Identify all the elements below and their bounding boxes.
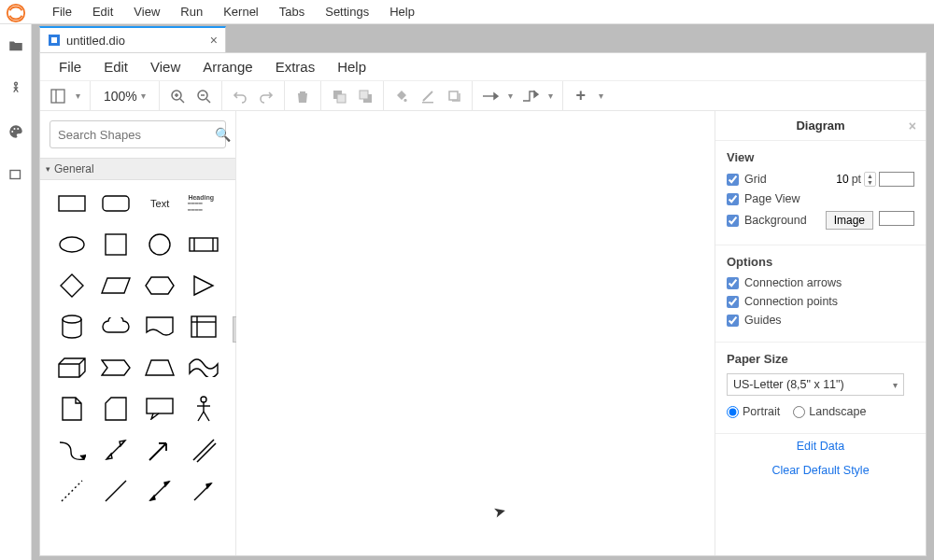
shape-text[interactable]: Text xyxy=(144,191,176,216)
shape-hexagon[interactable] xyxy=(144,273,176,298)
undo-icon[interactable] xyxy=(232,88,248,105)
palette-icon[interactable] xyxy=(7,123,24,140)
shape-internal-storage[interactable] xyxy=(188,315,219,339)
shape-cloud[interactable] xyxy=(100,315,132,339)
shape-rectangle[interactable] xyxy=(56,191,88,216)
insert-icon[interactable]: + xyxy=(573,88,589,105)
edit-data-link[interactable]: Edit Data xyxy=(715,434,926,458)
portrait-radio[interactable] xyxy=(727,406,739,418)
redo-icon[interactable] xyxy=(258,88,275,105)
shape-curve[interactable] xyxy=(56,438,88,462)
conn-points-checkbox[interactable] xyxy=(727,296,739,308)
chevron-down-icon[interactable]: ▾ xyxy=(548,91,553,101)
grid-checkbox[interactable] xyxy=(727,174,739,186)
menu-kernel[interactable]: Kernel xyxy=(214,1,268,22)
palette-group-general[interactable]: ▾ General xyxy=(40,158,235,180)
menu-tabs[interactable]: Tabs xyxy=(270,1,314,22)
chevron-down-icon[interactable]: ▾ xyxy=(599,91,603,101)
pageview-checkbox[interactable] xyxy=(727,193,739,205)
shape-document[interactable] xyxy=(144,315,176,339)
shape-process[interactable] xyxy=(188,232,219,257)
shape-cube[interactable] xyxy=(56,356,88,380)
shape-step[interactable] xyxy=(100,356,132,380)
menu-run[interactable]: Run xyxy=(171,1,212,22)
shape-square[interactable] xyxy=(100,232,132,257)
shape-tape[interactable] xyxy=(188,356,219,380)
shape-line[interactable] xyxy=(100,479,132,503)
shape-parallelogram[interactable] xyxy=(100,273,132,298)
to-front-icon[interactable] xyxy=(331,88,347,105)
shape-trapezoid[interactable] xyxy=(144,356,176,380)
shape-link[interactable] xyxy=(188,438,219,462)
cursor-icon: ➤ xyxy=(491,502,507,523)
folder-icon[interactable] xyxy=(7,37,24,54)
app-menu-view[interactable]: View xyxy=(141,55,190,78)
menu-edit[interactable]: Edit xyxy=(83,1,122,22)
shape-heading[interactable]: Heading━━━━━━━━ xyxy=(188,191,219,216)
menu-file[interactable]: File xyxy=(43,1,81,22)
shape-dashed-line[interactable] xyxy=(56,479,88,503)
background-checkbox[interactable] xyxy=(727,215,739,227)
svg-point-1 xyxy=(14,82,17,85)
close-icon[interactable]: × xyxy=(909,119,916,133)
shape-arrow[interactable] xyxy=(144,438,176,462)
menu-view[interactable]: View xyxy=(124,1,169,22)
shape-card[interactable] xyxy=(100,397,132,421)
app-menu-help[interactable]: Help xyxy=(328,55,375,78)
svg-rect-5 xyxy=(10,171,21,179)
shape-actor[interactable] xyxy=(188,397,219,421)
pageview-label: Page View xyxy=(744,192,800,205)
grid-color-swatch[interactable] xyxy=(879,172,914,187)
connection-icon[interactable] xyxy=(482,88,499,105)
shape-triangle[interactable] xyxy=(188,273,219,298)
paper-size-dropdown[interactable]: US-Letter (8,5" x 11")▾ xyxy=(727,373,904,396)
tab-untitled[interactable]: untitled.dio × xyxy=(39,26,226,52)
zoom-dropdown[interactable]: 100%▾ xyxy=(100,89,149,104)
svg-point-28 xyxy=(149,234,170,255)
drawio-menubar: File Edit View Arrange Extras Help xyxy=(40,53,926,81)
app-menu-file[interactable]: File xyxy=(50,55,91,78)
background-label: Background xyxy=(744,214,807,227)
app-menu-extras[interactable]: Extras xyxy=(266,55,325,78)
shape-bidirectional-arrow[interactable] xyxy=(100,438,132,462)
app-menu-edit[interactable]: Edit xyxy=(94,55,137,78)
to-back-icon[interactable] xyxy=(357,88,374,105)
grid-size-input[interactable] xyxy=(815,173,849,186)
app-menu-arrange[interactable]: Arrange xyxy=(193,55,262,78)
shadow-icon[interactable] xyxy=(446,88,462,105)
shape-directional-connector[interactable] xyxy=(188,479,219,503)
shape-note[interactable] xyxy=(56,397,88,421)
chevron-down-icon[interactable]: ▾ xyxy=(508,91,513,101)
shape-circle[interactable] xyxy=(144,232,176,257)
clear-default-style-link[interactable]: Clear Default Style xyxy=(715,458,926,483)
menu-help[interactable]: Help xyxy=(380,1,424,22)
paper-section: Paper Size US-Letter (8,5" x 11")▾ Portr… xyxy=(715,343,926,434)
guides-checkbox[interactable] xyxy=(727,315,739,327)
shape-rounded-rectangle[interactable] xyxy=(100,191,132,216)
delete-icon[interactable] xyxy=(294,88,311,105)
grid-stepper[interactable]: ▲▼ xyxy=(864,172,876,187)
shape-bidir-connector[interactable] xyxy=(144,479,176,503)
svg-point-32 xyxy=(63,315,81,323)
background-image-button[interactable]: Image xyxy=(826,211,873,230)
line-color-icon[interactable] xyxy=(419,88,436,105)
running-icon[interactable] xyxy=(7,80,24,97)
waypoint-icon[interactable] xyxy=(522,88,539,105)
menu-settings[interactable]: Settings xyxy=(316,1,378,22)
canvas[interactable]: ➤ xyxy=(236,111,715,555)
conn-arrows-checkbox[interactable] xyxy=(727,277,739,289)
view-mode-button[interactable] xyxy=(50,88,66,105)
zoom-in-icon[interactable] xyxy=(169,88,186,105)
background-color-swatch[interactable] xyxy=(879,211,914,226)
shape-callout[interactable] xyxy=(144,397,176,421)
zoom-out-icon[interactable] xyxy=(195,88,212,105)
tabs-icon[interactable] xyxy=(7,166,24,183)
search-shapes-input[interactable]: 🔍 xyxy=(50,120,226,148)
shape-ellipse[interactable] xyxy=(56,232,88,257)
landscape-radio[interactable] xyxy=(793,406,805,418)
chevron-down-icon[interactable]: ▾ xyxy=(76,91,80,101)
shape-diamond[interactable] xyxy=(56,273,88,298)
fill-color-icon[interactable] xyxy=(393,88,410,105)
close-icon[interactable]: × xyxy=(210,33,218,48)
shape-cylinder[interactable] xyxy=(56,315,88,339)
